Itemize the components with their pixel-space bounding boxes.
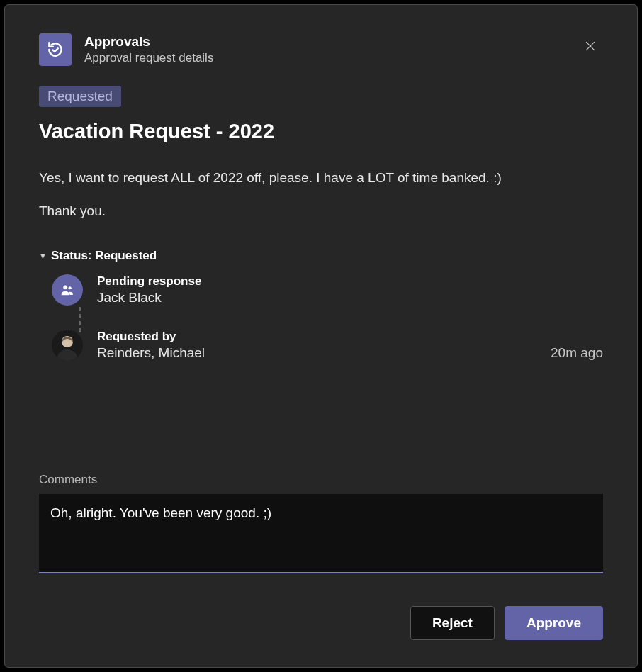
user-avatar bbox=[52, 330, 83, 361]
approve-button[interactable]: Approve bbox=[505, 606, 603, 640]
status-header-text: Status: Requested bbox=[51, 249, 157, 263]
approval-dialog: Approvals Approval request details Reque… bbox=[4, 4, 638, 668]
status-section: ▼ Status: Requested Pending response Jac… bbox=[39, 249, 603, 361]
reject-button[interactable]: Reject bbox=[410, 606, 495, 640]
dialog-header: Approvals Approval request details bbox=[39, 33, 603, 66]
comments-section: Comments bbox=[39, 473, 603, 576]
comments-label: Comments bbox=[39, 473, 603, 487]
timeline-label: Pending response bbox=[97, 274, 201, 289]
svg-point-2 bbox=[63, 285, 67, 289]
status-toggle[interactable]: ▼ Status: Requested bbox=[39, 249, 603, 263]
request-title: Vacation Request - 2022 bbox=[39, 120, 603, 143]
close-button[interactable] bbox=[583, 39, 603, 59]
app-subtitle: Approval request details bbox=[84, 51, 213, 65]
comments-input[interactable] bbox=[39, 494, 603, 573]
timeline-item-pending: Pending response Jack Black bbox=[52, 274, 603, 330]
timeline-item-requested: Requested by Reinders, Michael 20m ago bbox=[52, 330, 603, 361]
timeline-name: Reinders, Michael bbox=[97, 345, 205, 361]
timeline-timestamp: 20m ago bbox=[551, 345, 603, 361]
caret-down-icon: ▼ bbox=[39, 252, 47, 260]
timeline-connector bbox=[79, 307, 81, 332]
timeline-label: Requested by bbox=[97, 330, 205, 344]
app-title: Approvals bbox=[84, 34, 213, 50]
status-timeline: Pending response Jack Black Requested by… bbox=[39, 274, 603, 361]
request-thanks: Thank you. bbox=[39, 203, 603, 219]
status-badge: Requested bbox=[39, 86, 121, 107]
person-icon-avatar bbox=[52, 274, 83, 306]
action-buttons: Reject Approve bbox=[39, 606, 603, 640]
people-icon bbox=[60, 282, 75, 298]
approvals-app-icon bbox=[39, 33, 72, 66]
request-description: Yes, I want to request ALL of 2022 off, … bbox=[39, 169, 603, 188]
timeline-name: Jack Black bbox=[97, 290, 201, 306]
svg-point-3 bbox=[69, 286, 72, 289]
close-icon bbox=[583, 39, 597, 53]
